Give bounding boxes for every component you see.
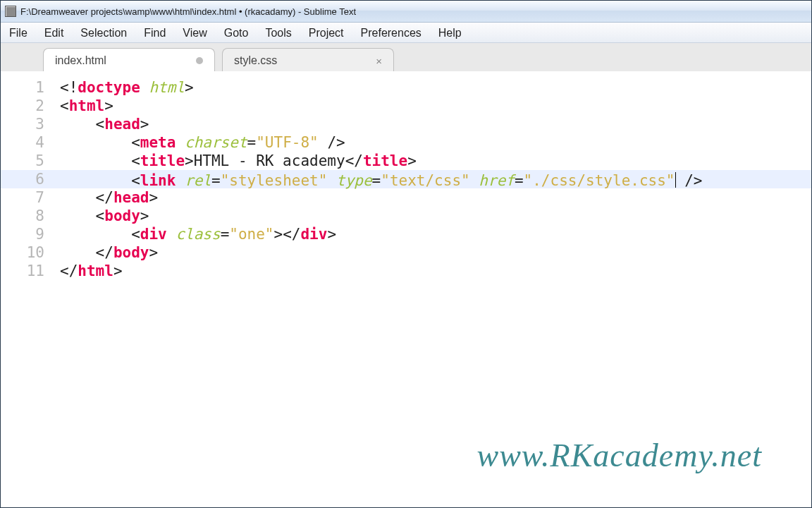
code-line[interactable]: </html> — [60, 262, 811, 280]
watermark-text: www.RKacademy.net — [476, 447, 762, 465]
menu-help[interactable]: Help — [430, 23, 470, 42]
titlebar: F:\Dreamweaver projects\wamp\www\html\in… — [1, 1, 811, 23]
line-number: 7 — [1, 188, 44, 207]
line-number: 8 — [1, 207, 44, 225]
window-title: F:\Dreamweaver projects\wamp\www\html\in… — [20, 6, 356, 17]
line-number: 4 — [1, 133, 44, 152]
dirty-indicator-icon[interactable] — [196, 57, 203, 64]
tab-index-html[interactable]: index.html — [43, 48, 215, 73]
menu-find[interactable]: Find — [135, 23, 174, 42]
menu-project[interactable]: Project — [300, 23, 352, 42]
line-number: 9 — [1, 225, 44, 243]
code-line[interactable]: <!doctype html> — [60, 78, 811, 97]
app-icon — [5, 6, 16, 17]
menu-tools[interactable]: Tools — [257, 23, 300, 42]
tab-strip: index.htmlstyle.css× — [1, 43, 811, 73]
code-line[interactable]: </head> — [60, 188, 811, 207]
code-line[interactable]: <html> — [60, 97, 811, 115]
menu-selection[interactable]: Selection — [72, 23, 135, 42]
line-number-gutter: 1234567891011 — [1, 71, 54, 507]
line-number: 6 — [1, 170, 54, 188]
code-line[interactable]: <title>HTML - RK academy</title> — [60, 152, 811, 170]
menu-file[interactable]: File — [1, 23, 36, 42]
line-number: 5 — [1, 152, 44, 170]
menu-edit[interactable]: Edit — [36, 23, 73, 42]
menu-preferences[interactable]: Preferences — [352, 23, 430, 42]
text-caret — [675, 172, 676, 188]
line-number: 11 — [1, 262, 44, 280]
code-line[interactable]: <meta charset="UTF-8" /> — [60, 133, 811, 152]
app-window: F:\Dreamweaver projects\wamp\www\html\in… — [0, 0, 812, 508]
code-line[interactable]: <body> — [60, 207, 811, 225]
menu-goto[interactable]: Goto — [216, 23, 257, 42]
code-line[interactable]: <head> — [60, 115, 811, 133]
line-number: 3 — [1, 115, 44, 133]
close-icon[interactable]: × — [376, 55, 382, 67]
menubar: FileEditSelectionFindViewGotoToolsProjec… — [1, 23, 811, 43]
line-number: 1 — [1, 78, 44, 97]
code-line[interactable]: <link rel="stylesheet" type="text/css" h… — [54, 170, 811, 188]
line-number: 10 — [1, 243, 44, 262]
tab-label: style.css — [234, 54, 277, 67]
menu-view[interactable]: View — [174, 23, 215, 42]
line-number: 2 — [1, 97, 44, 115]
tab-style-css[interactable]: style.css× — [222, 48, 394, 73]
code-line[interactable]: <div class="one"></div> — [60, 225, 811, 243]
editor[interactable]: 1234567891011 <!doctype html><html> <hea… — [1, 71, 811, 507]
code-line[interactable]: </body> — [60, 243, 811, 262]
tab-label: index.html — [55, 54, 106, 67]
